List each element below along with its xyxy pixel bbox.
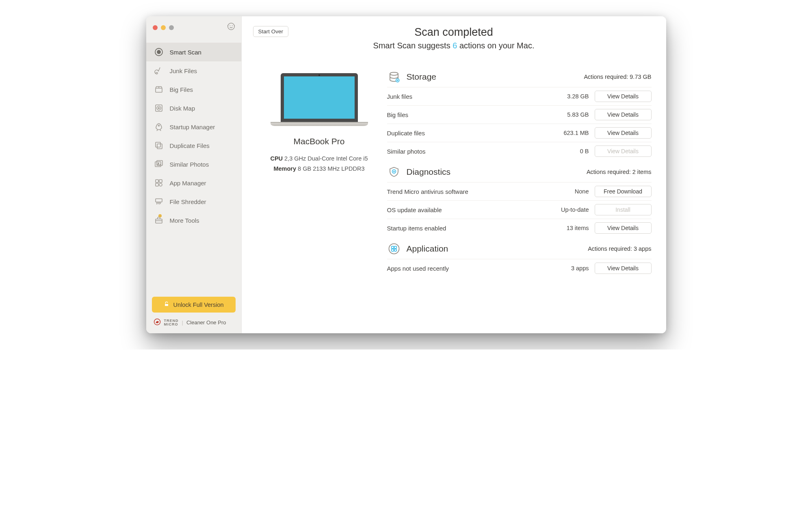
install-button: Install bbox=[595, 204, 652, 215]
svg-rect-22 bbox=[165, 304, 169, 306]
svg-rect-28 bbox=[391, 246, 394, 249]
section-head-application: Application Actions required: 3 apps bbox=[387, 239, 652, 259]
sidebar-item-similar-photos[interactable]: Similar Photos bbox=[146, 155, 241, 174]
sidebar-item-big-files[interactable]: Big Files bbox=[146, 80, 241, 99]
diagnostics-icon bbox=[387, 165, 401, 179]
sidebar-nav: Smart Scan Junk Files Big Files Disk Map bbox=[146, 37, 241, 291]
notification-badge bbox=[158, 214, 162, 217]
svg-point-19 bbox=[159, 183, 162, 186]
view-details-button[interactable]: View Details bbox=[595, 222, 652, 234]
row-value: Up-to-date bbox=[561, 206, 589, 213]
result-row-unused-apps: Apps not used recently 3 apps View Detai… bbox=[387, 259, 652, 277]
svg-rect-29 bbox=[394, 246, 396, 249]
trend-micro-logo-icon bbox=[154, 318, 161, 327]
svg-rect-11 bbox=[156, 142, 160, 147]
row-value: 3.28 GB bbox=[561, 93, 589, 100]
unlock-full-version-button[interactable]: Unlock Full Version bbox=[152, 297, 236, 313]
sidebar-item-label: Startup Manager bbox=[170, 124, 215, 130]
svg-rect-20 bbox=[156, 199, 162, 202]
header-center: Scan completed Smart Scan suggests 6 act… bbox=[255, 24, 653, 50]
section-title: Diagnostics bbox=[407, 167, 451, 177]
sidebar-item-label: App Manager bbox=[170, 180, 206, 187]
sidebar-item-label: Big Files bbox=[170, 86, 193, 93]
view-details-button[interactable]: View Details bbox=[595, 109, 652, 120]
window-controls bbox=[153, 25, 174, 30]
app-window: Smart Scan Junk Files Big Files Disk Map bbox=[146, 16, 666, 333]
svg-point-24 bbox=[390, 72, 398, 76]
sidebar-item-duplicate-files[interactable]: Duplicate Files bbox=[146, 136, 241, 155]
sidebar-item-junk-files[interactable]: Junk Files bbox=[146, 61, 241, 80]
section-head-storage: Storage Actions required: 9.73 GB bbox=[387, 67, 652, 87]
section-required: Actions required: 9.73 GB bbox=[584, 74, 651, 80]
sidebar-item-label: Junk Files bbox=[170, 67, 197, 74]
results-pane: Storage Actions required: 9.73 GB Junk f… bbox=[387, 63, 652, 325]
sidebar-item-label: More Tools bbox=[170, 217, 199, 224]
content-area: MacBook Pro CPU 2,3 GHz Dual-Core Intel … bbox=[242, 53, 666, 333]
svg-rect-18 bbox=[156, 183, 158, 186]
start-over-button[interactable]: Start Over bbox=[253, 26, 289, 37]
svg-point-10 bbox=[158, 125, 159, 126]
view-details-button: View Details bbox=[595, 146, 652, 157]
vacuum-icon bbox=[154, 65, 164, 76]
minimize-window-button[interactable] bbox=[161, 25, 166, 30]
result-row-os-update: OS update available Up-to-date Install bbox=[387, 200, 652, 219]
photos-icon bbox=[154, 159, 164, 169]
svg-rect-30 bbox=[391, 249, 394, 252]
sidebar-item-disk-map[interactable]: Disk Map bbox=[146, 99, 241, 117]
sidebar-item-more-tools[interactable]: More Tools bbox=[146, 211, 241, 230]
result-row-big-files: Big files 5.83 GB View Details bbox=[387, 105, 652, 124]
svg-point-2 bbox=[232, 25, 232, 26]
brand-product: Cleaner One Pro bbox=[186, 319, 226, 326]
free-download-button[interactable]: Free Download bbox=[595, 186, 652, 197]
svg-rect-21 bbox=[156, 219, 162, 223]
support-icon[interactable] bbox=[227, 22, 236, 33]
svg-point-27 bbox=[389, 244, 399, 254]
sidebar-item-label: Duplicate Files bbox=[170, 142, 210, 149]
sidebar-item-smart-scan[interactable]: Smart Scan bbox=[146, 43, 241, 61]
svg-point-15 bbox=[158, 163, 158, 164]
result-row-duplicate-files: Duplicate files 623.1 MB View Details bbox=[387, 124, 652, 142]
unlock-label: Unlock Full Version bbox=[173, 302, 223, 308]
shredder-icon bbox=[154, 196, 164, 207]
sidebar-item-label: Disk Map bbox=[170, 105, 195, 112]
duplicate-icon bbox=[154, 140, 164, 151]
storage-icon bbox=[387, 70, 401, 84]
titlebar bbox=[146, 16, 241, 37]
section-head-diagnostics: Diagnostics Actions required: 2 items bbox=[387, 162, 652, 182]
row-label: Junk files bbox=[387, 93, 413, 100]
row-value: 3 apps bbox=[561, 265, 589, 271]
sidebar-item-startup-manager[interactable]: Startup Manager bbox=[146, 117, 241, 136]
result-row-junk-files: Junk files 3.28 GB View Details bbox=[387, 87, 652, 105]
row-label: Similar photos bbox=[387, 148, 426, 155]
row-value: 5.83 GB bbox=[561, 111, 589, 118]
memory-label: Memory bbox=[273, 165, 296, 172]
result-row-antivirus: Trend Micro antivirus software None Free… bbox=[387, 182, 652, 200]
row-value: 623.1 MB bbox=[561, 130, 589, 136]
fullscreen-window-button[interactable] bbox=[169, 25, 174, 30]
cpu-value: 2,3 GHz Dual-Core Intel Core i5 bbox=[284, 155, 368, 162]
section-title: Application bbox=[407, 244, 448, 254]
section-title: Storage bbox=[407, 72, 437, 82]
row-label: Trend Micro antivirus software bbox=[387, 188, 468, 195]
close-window-button[interactable] bbox=[153, 25, 158, 30]
memory-value: 8 GB 2133 MHz LPDDR3 bbox=[298, 165, 364, 172]
action-count: 6 bbox=[453, 41, 457, 50]
laptop-screen-icon bbox=[281, 73, 358, 122]
application-icon bbox=[387, 242, 401, 256]
svg-rect-12 bbox=[157, 144, 162, 149]
main-content: Start Over Scan completed Smart Scan sug… bbox=[242, 16, 666, 333]
sidebar-item-file-shredder[interactable]: File Shredder bbox=[146, 192, 241, 211]
svg-point-4 bbox=[157, 50, 160, 54]
row-label: Big files bbox=[387, 111, 409, 118]
brand-footer: TREND MICRO | Cleaner One Pro bbox=[146, 318, 241, 333]
device-pane: MacBook Pro CPU 2,3 GHz Dual-Core Intel … bbox=[256, 63, 382, 325]
sidebar-item-app-manager[interactable]: App Manager bbox=[146, 174, 241, 192]
cpu-label: CPU bbox=[270, 155, 283, 162]
svg-point-31 bbox=[394, 249, 396, 252]
section-required: Actions required: 2 items bbox=[587, 169, 652, 175]
view-details-button[interactable]: View Details bbox=[595, 127, 652, 139]
page-title: Scan completed bbox=[255, 26, 653, 39]
view-details-button[interactable]: View Details bbox=[595, 91, 652, 102]
row-value: 13 items bbox=[561, 225, 589, 231]
view-details-button[interactable]: View Details bbox=[595, 263, 652, 274]
